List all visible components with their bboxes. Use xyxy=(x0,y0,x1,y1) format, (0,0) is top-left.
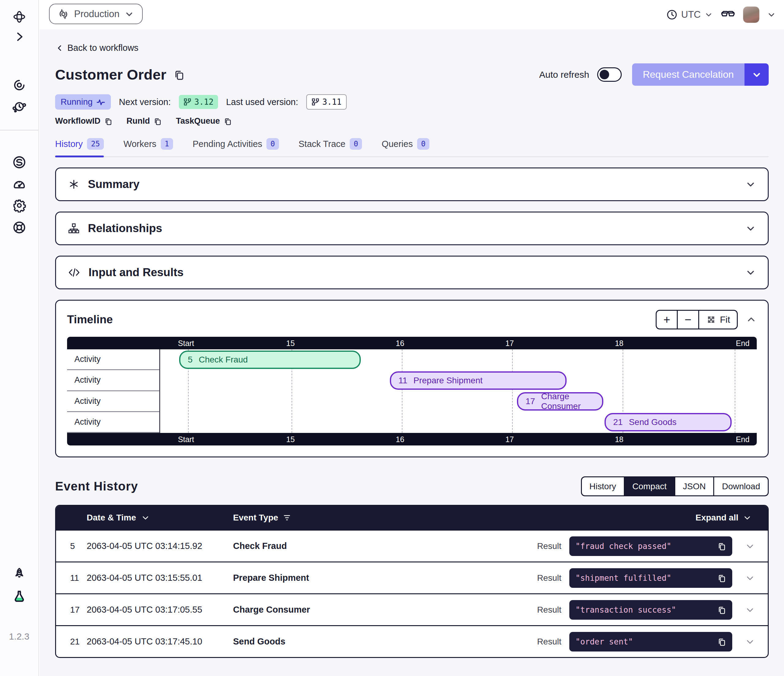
timeline-axis-top: Start 15 16 17 18 End xyxy=(67,337,757,349)
collapse-timeline-chevron[interactable] xyxy=(746,314,757,325)
zoom-out-button[interactable]: − xyxy=(677,311,698,328)
tab-stack-trace[interactable]: Stack Trace 0 xyxy=(299,138,362,157)
timeline-gantt: Start 15 16 17 18 End Activity Activity xyxy=(67,337,757,446)
last-version-badge: 3.11 xyxy=(306,94,347,110)
tab-queries[interactable]: Queries 0 xyxy=(381,138,429,157)
event-id: 5 xyxy=(188,355,193,365)
clock-icon xyxy=(666,9,677,20)
copy-result-icon[interactable] xyxy=(717,637,726,646)
namespace-label: Production xyxy=(74,9,120,20)
datetime-header-label: Date & Time xyxy=(87,513,136,523)
input-results-accordion[interactable]: Input and Results xyxy=(55,256,769,289)
expand-row-chevron[interactable] xyxy=(732,637,768,647)
result-chip: "fraud check passed" xyxy=(569,536,732,556)
download-button[interactable]: Download xyxy=(713,477,768,495)
datetime-column-header[interactable]: Date & Time xyxy=(87,513,233,523)
event-type: Send Goods xyxy=(233,637,537,646)
nexus-icon[interactable] xyxy=(12,155,26,169)
copy-title-icon[interactable] xyxy=(173,69,185,81)
timeline-bar-check-fraud[interactable]: 5 Check Fraud xyxy=(179,351,361,369)
axis-tick: 16 xyxy=(396,435,404,444)
tab-label: Queries xyxy=(381,139,413,149)
event-type-column-header[interactable]: Event Type xyxy=(233,513,695,523)
tab-label: Workers xyxy=(123,139,156,149)
support-lifering-icon[interactable] xyxy=(12,221,26,235)
tab-workers[interactable]: Workers 1 xyxy=(123,138,173,157)
timeline-header: Timeline + − Fit xyxy=(67,310,757,329)
tab-count-badge: 25 xyxy=(87,138,104,150)
workflow-id-label: WorkflowID xyxy=(55,117,100,126)
labs-glasses-icon[interactable] xyxy=(720,7,736,22)
rail-divider xyxy=(0,130,38,131)
request-cancelation-button[interactable]: Request Cancelation xyxy=(632,64,745,86)
view-history-button[interactable]: History xyxy=(582,477,624,495)
cancelation-menu-chevron[interactable] xyxy=(745,64,769,86)
top-right-controls: UTC xyxy=(666,0,776,30)
timeline-row-labels: Activity Activity Activity Activity xyxy=(67,349,160,433)
axis-tick: Start xyxy=(178,339,194,348)
copy-result-icon[interactable] xyxy=(717,573,726,583)
main-area: Production UTC xyxy=(39,0,784,676)
event-row[interactable]: 11 2063-04-05 UTC 03:15:55.01 Prepare Sh… xyxy=(56,561,768,593)
task-queue-copy[interactable]: TaskQueue xyxy=(176,117,232,126)
tab-count-badge: 0 xyxy=(350,138,362,150)
timezone-label: UTC xyxy=(681,9,701,20)
run-id-copy[interactable]: RunId xyxy=(126,117,162,126)
namespace-switcher[interactable]: Production xyxy=(49,4,143,24)
axis-tick: 16 xyxy=(396,339,404,348)
event-id: 21 xyxy=(613,417,622,427)
tab-count-badge: 0 xyxy=(417,138,429,150)
gridline xyxy=(402,349,403,433)
chevron-down-icon xyxy=(745,223,756,234)
timeline-bar-charge-consumer[interactable]: 17 Charge Consumer xyxy=(517,392,603,410)
user-avatar[interactable] xyxy=(743,6,759,23)
tab-pending-activities[interactable]: Pending Activities 0 xyxy=(193,138,279,157)
tab-label: Stack Trace xyxy=(299,139,345,149)
expand-all-button[interactable]: Expand all xyxy=(695,513,768,523)
relationships-accordion[interactable]: Relationships xyxy=(55,211,769,245)
event-history-header: Event History History Compact JSON Downl… xyxy=(55,476,769,496)
view-compact-button[interactable]: Compact xyxy=(624,477,674,495)
event-id: 21 xyxy=(56,637,87,646)
expand-rail-chevron-icon[interactable] xyxy=(13,31,25,43)
schedules-icon[interactable] xyxy=(12,100,26,114)
event-id: 5 xyxy=(56,541,87,551)
zoom-in-button[interactable]: + xyxy=(656,311,677,328)
auto-refresh-toggle[interactable] xyxy=(597,67,622,82)
rocket-icon[interactable] xyxy=(12,567,26,581)
gridline xyxy=(512,349,513,433)
back-to-workflows-link[interactable]: Back to workflows xyxy=(55,43,138,53)
copy-result-icon[interactable] xyxy=(717,542,726,551)
expand-row-chevron[interactable] xyxy=(732,573,768,583)
bar-label: Send Goods xyxy=(629,417,677,427)
workflow-id-copy[interactable]: WorkflowID xyxy=(55,117,112,126)
tab-history[interactable]: History 25 xyxy=(55,138,104,157)
expand-row-chevron[interactable] xyxy=(732,541,768,552)
axis-tick: 15 xyxy=(286,435,295,444)
git-branch-icon xyxy=(311,98,319,106)
settings-gear-icon[interactable] xyxy=(12,198,26,213)
code-icon xyxy=(68,266,81,279)
expand-row-chevron[interactable] xyxy=(732,605,768,615)
timeline-bar-prepare-shipment[interactable]: 11 Prepare Shipment xyxy=(390,371,566,390)
timeline-bar-send-goods[interactable]: 21 Send Goods xyxy=(605,413,732,431)
result-label: Result xyxy=(537,605,562,615)
last-version-label: Last used version: xyxy=(226,97,298,107)
event-row[interactable]: 17 2063-04-05 UTC 03:17:05.55 Charge Con… xyxy=(56,593,768,625)
timeline-axis-bottom: Start 15 16 17 18 End xyxy=(67,433,757,446)
copy-result-icon[interactable] xyxy=(717,605,726,614)
user-menu-chevron-icon[interactable] xyxy=(767,10,776,19)
usage-gauge-icon[interactable] xyxy=(12,177,26,191)
event-row[interactable]: 21 2063-04-05 UTC 03:17:45.10 Send Goods… xyxy=(56,625,768,657)
event-row[interactable]: 5 2063-04-05 UTC 03:14:15.92 Check Fraud… xyxy=(56,530,768,561)
labs-flask-icon[interactable] xyxy=(12,589,26,604)
accordion-title: Input and Results xyxy=(89,266,184,279)
view-json-button[interactable]: JSON xyxy=(674,477,714,495)
bar-label: Prepare Shipment xyxy=(414,376,483,385)
workflows-icon[interactable] xyxy=(12,78,26,92)
hierarchy-icon xyxy=(68,222,80,235)
summary-accordion[interactable]: Summary xyxy=(55,168,769,201)
fit-button[interactable]: Fit xyxy=(698,311,737,328)
timeline-title: Timeline xyxy=(67,313,113,326)
timezone-selector[interactable]: UTC xyxy=(666,9,713,20)
